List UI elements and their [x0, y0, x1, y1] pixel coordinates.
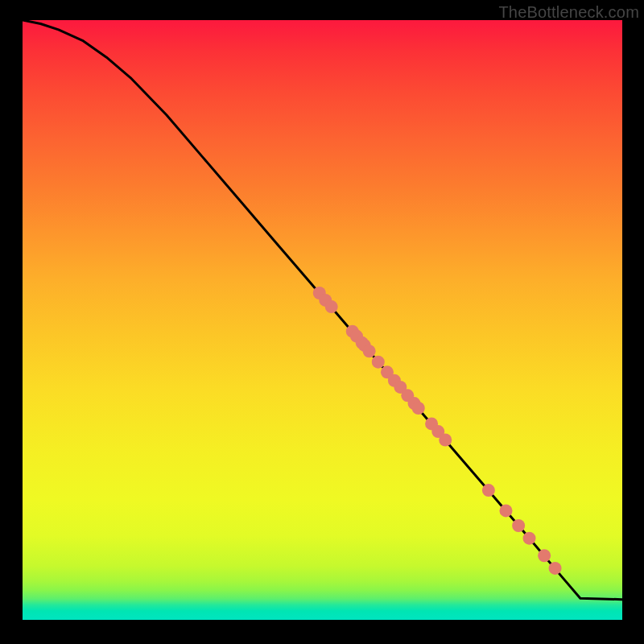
scatter-point	[512, 519, 525, 532]
scatter-point	[372, 356, 385, 369]
scatter-point	[549, 562, 562, 575]
chart-overlay	[23, 20, 622, 620]
scatter-point	[523, 532, 536, 545]
curve-path	[23, 20, 622, 600]
scatter-point	[482, 484, 495, 497]
chart-plot-area	[23, 20, 622, 620]
chart-frame	[23, 20, 622, 620]
scatter-point	[412, 402, 425, 415]
scatter-point	[439, 434, 452, 447]
scatter-point	[499, 504, 512, 517]
scatter-point	[363, 345, 376, 357]
chart-curve	[23, 20, 622, 600]
scatter-point	[538, 549, 551, 562]
scatter-point	[325, 300, 338, 313]
watermark-text: TheBottleneck.com	[498, 3, 639, 22]
